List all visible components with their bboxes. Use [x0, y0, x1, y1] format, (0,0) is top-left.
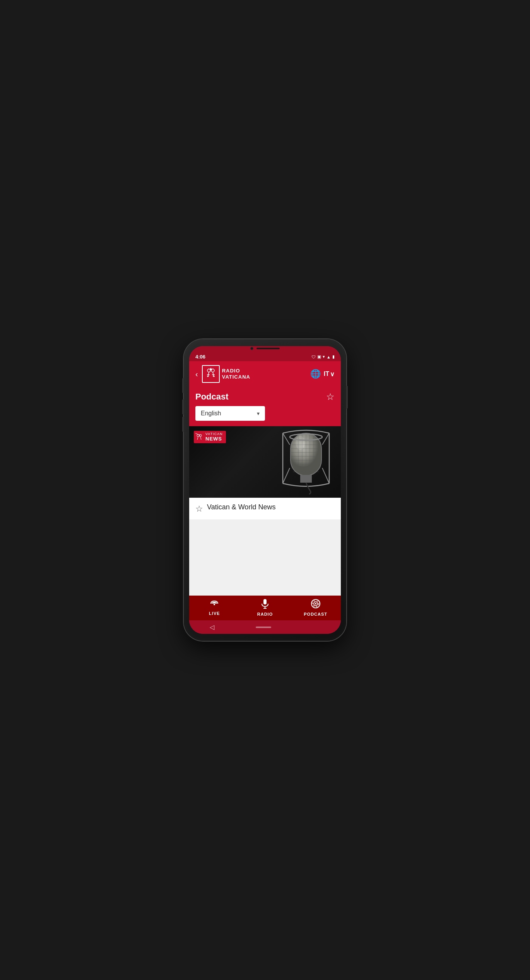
svg-point-35	[214, 604, 215, 605]
svg-point-41	[315, 603, 316, 604]
content-area: VATICAN NEWS	[189, 426, 341, 596]
header-right: 🌐 IT ∨	[310, 369, 335, 379]
podcast-image: VATICAN NEWS	[189, 426, 341, 498]
app-header: ‹	[189, 361, 341, 387]
vatican-news-badge: VATICAN NEWS	[194, 431, 226, 443]
vn-text: VATICAN NEWS	[205, 432, 223, 442]
shield-icon: 🛡	[311, 355, 316, 359]
home-indicator[interactable]	[256, 627, 271, 628]
globe-icon[interactable]: 🌐	[310, 369, 321, 379]
phone-device: 4:06 🛡 ▣ ▾ ▲ ▮ ‹	[184, 339, 346, 641]
language-selected-text: English	[201, 410, 221, 417]
podcast-title-text[interactable]: Vatican & World News	[207, 503, 275, 511]
svg-rect-8	[210, 369, 212, 370]
podcast-label: PODCAST	[304, 612, 327, 616]
radio-microphone-icon	[261, 599, 269, 609]
radio-mic-icon	[261, 599, 269, 610]
status-time: 4:06	[195, 354, 205, 360]
camera-dot	[250, 347, 253, 350]
live-broadcast-icon	[209, 599, 219, 608]
back-button[interactable]: ‹	[195, 370, 198, 379]
logo-container[interactable]: RADIO VATICANA	[202, 365, 250, 383]
wifi-icon: ▾	[323, 354, 325, 359]
language-selector[interactable]: IT ∨	[324, 370, 335, 378]
vn-bottom-label: NEWS	[205, 436, 223, 442]
svg-point-30	[296, 436, 305, 450]
svg-line-11	[195, 433, 200, 435]
language-dropdown-container: English ▾	[189, 406, 341, 426]
microphone-image	[279, 429, 333, 495]
podcast-page-title: Podcast	[195, 392, 229, 402]
status-icons: 🛡 ▣ ▾ ▲ ▮	[311, 354, 335, 359]
sim-icon: ▣	[317, 354, 321, 359]
vatican-emblem-icon	[204, 367, 218, 381]
vn-emblem-icon	[195, 433, 203, 441]
podcast-info: ☆ Vatican & World News	[189, 498, 341, 519]
camera-bar	[189, 346, 341, 352]
dropdown-chevron-icon: ▾	[257, 410, 260, 417]
bottom-nav: LIVE RADIO	[189, 596, 341, 620]
svg-rect-36	[263, 599, 267, 604]
live-icon	[209, 599, 219, 610]
nav-item-live[interactable]: LIVE	[189, 599, 240, 616]
radio-label: RADIO	[257, 612, 273, 616]
podcast-card[interactable]: VATICAN NEWS	[189, 426, 341, 519]
logo-text: RADIO VATICANA	[222, 368, 250, 380]
nav-item-podcast[interactable]: PODCAST	[290, 599, 341, 616]
favorite-star-icon[interactable]: ☆	[326, 391, 335, 402]
podcast-header: Podcast ☆	[189, 387, 341, 406]
language-code: IT	[324, 370, 329, 377]
podcast-circle-icon	[311, 599, 321, 609]
podcast-favorite-icon[interactable]: ☆	[195, 504, 203, 514]
battery-icon: ▮	[332, 354, 335, 359]
language-dropdown-arrow: ∨	[330, 370, 335, 378]
svg-line-10	[197, 437, 198, 440]
signal-icon: ▲	[327, 355, 331, 359]
status-bar: 4:06 🛡 ▣ ▾ ▲ ▮	[189, 352, 341, 361]
back-soft-button[interactable]: ◁	[210, 623, 214, 631]
mic-visual: VATICAN NEWS	[189, 426, 341, 498]
svg-rect-31	[300, 475, 312, 483]
podcast-nav-icon	[311, 599, 321, 610]
header-left: ‹	[195, 365, 250, 383]
system-nav-bar: ◁	[189, 620, 341, 634]
nav-item-radio[interactable]: RADIO	[240, 599, 291, 616]
phone-screen: 4:06 🛡 ▣ ▾ ▲ ▮ ‹	[189, 346, 341, 634]
language-dropdown[interactable]: English ▾	[195, 406, 265, 421]
logo-box	[202, 365, 220, 383]
speaker-bar	[256, 348, 280, 349]
live-label: LIVE	[209, 611, 220, 616]
microphone-svg	[279, 429, 333, 495]
svg-line-13	[200, 437, 201, 440]
